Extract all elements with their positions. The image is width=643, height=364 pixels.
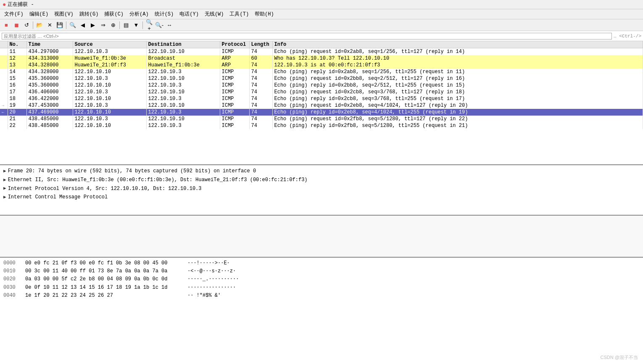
cell-info: Echo (ping) reply id=0x2eb8, seq=4/1024,… xyxy=(272,109,643,116)
table-row[interactable]: →19437.453000122.10.10.3122.10.10.10ICMP… xyxy=(0,102,643,109)
arrow-cell xyxy=(0,48,8,55)
cell-no: 16 xyxy=(8,82,26,89)
detail-row[interactable]: ▶Internet Control Message Protocol xyxy=(3,193,640,202)
detail-row[interactable]: ▶Internet Protocol Version 4, Src: 122.1… xyxy=(3,185,640,193)
detail-text: Internet Control Message Protocol xyxy=(8,194,108,201)
cell-proto: ICMP xyxy=(220,116,249,122)
cell-dst: HuaweiTe_f1:0b:3e xyxy=(146,62,220,69)
filter-input[interactable] xyxy=(2,33,612,40)
cell-no: 14 xyxy=(8,69,26,75)
toolbar-stop[interactable]: ◼ xyxy=(12,21,21,30)
menu-item[interactable]: 帮助(H) xyxy=(252,10,277,18)
menu-item[interactable]: 无线(W) xyxy=(202,10,227,18)
table-header: No. Time Source Destination Protocol Len… xyxy=(0,41,643,48)
arrow-cell xyxy=(0,55,8,62)
cell-info: Echo (ping) request id=0x2fb8, seq=5/128… xyxy=(272,116,643,122)
toolbar-open[interactable]: 📂 xyxy=(35,21,44,30)
menu-item[interactable]: 跳转(G) xyxy=(77,10,101,18)
cell-src: 122.10.10.3 xyxy=(73,89,146,95)
hex-offset: 0020 xyxy=(3,275,18,283)
sep1 xyxy=(33,21,33,29)
toolbar-prev[interactable]: ◀ xyxy=(78,21,87,30)
detail-text: Frame 20: 74 bytes on wire (592 bits), 7… xyxy=(8,168,256,175)
cell-time: 438.485000 xyxy=(26,116,73,122)
filter-hint: … <Ctrl-/> xyxy=(614,34,641,39)
cell-src: 122.10.10.3 xyxy=(73,116,146,122)
cell-info: Echo (ping) reply id=0x2cb8, seq=3/768, … xyxy=(272,95,643,102)
cell-time: 437.469000 xyxy=(26,109,73,116)
detail-row[interactable]: ▶Frame 20: 74 bytes on wire (592 bits), … xyxy=(3,167,640,176)
cell-len: 74 xyxy=(249,95,272,102)
table-row[interactable]: 14434.328000122.10.10.10122.10.10.3ICMP7… xyxy=(0,69,643,75)
table-row[interactable]: 18436.422000122.10.10.10122.10.10.3ICMP7… xyxy=(0,95,643,102)
cell-dst: 122.10.10.10 xyxy=(146,116,220,122)
table-row[interactable]: 21438.485000122.10.10.3122.10.10.10ICMP7… xyxy=(0,116,643,122)
arrow-cell xyxy=(0,122,8,129)
col-dst: Destination xyxy=(146,41,220,48)
hex-row: 00401e 1f 20 21 22 23 24 25 26 27·· !"#$… xyxy=(3,292,640,300)
cell-dst: Broadcast xyxy=(146,55,220,62)
cell-dst: 122.10.10.10 xyxy=(146,89,220,95)
menu-item[interactable]: 捕获(C) xyxy=(102,10,126,18)
menu-item[interactable]: 统计(S) xyxy=(152,10,177,18)
hex-bytes: 00 3c 00 11 40 00 ff 01 73 8e 7a 0a 0a 0… xyxy=(25,267,181,275)
hex-bytes: 0a 03 00 00 5f c2 2e b8 00 04 08 09 0a 0… xyxy=(25,275,181,283)
cell-len: 74 xyxy=(249,122,272,129)
menu-item[interactable]: 电话(Y) xyxy=(177,10,201,18)
table-row[interactable]: ←20437.469000122.10.10.10122.10.10.3ICMP… xyxy=(0,109,643,116)
cell-info: 122.10.10.3 is at 00:e0:fc:21:0f:f3 xyxy=(272,62,643,69)
sep3 xyxy=(119,21,120,29)
cell-dst: 122.10.10.3 xyxy=(146,122,220,129)
toolbar-search[interactable]: 🔍 xyxy=(68,21,77,30)
cell-no: 18 xyxy=(8,95,26,102)
cell-len: 74 xyxy=(249,69,272,75)
toolbar-zoom-reset[interactable]: ↔ xyxy=(165,21,174,30)
cell-len: 74 xyxy=(249,89,272,95)
toolbar-close[interactable]: ✕ xyxy=(45,21,54,30)
toolbar-zoom-out[interactable]: 🔍- xyxy=(155,21,164,30)
menu-item[interactable]: 编辑(E) xyxy=(27,10,51,18)
hex-ascii: ·····_.·········· xyxy=(187,275,239,283)
arrow-cell xyxy=(0,95,8,102)
hex-ascii: ················ xyxy=(187,284,236,292)
toolbar-save[interactable]: 💾 xyxy=(55,21,64,30)
detail-row[interactable]: ▶Ethernet II, Src: HuaweiTe_f1:0b:3e (00… xyxy=(3,176,640,185)
cell-proto: ICMP xyxy=(220,75,249,82)
cell-time: 434.328000 xyxy=(26,69,73,75)
table-row[interactable]: 16435.360000122.10.10.10122.10.10.3ICMP7… xyxy=(0,82,643,89)
packet-list[interactable]: No. Time Source Destination Protocol Len… xyxy=(0,41,643,165)
table-row[interactable]: 17436.406000122.10.10.3122.10.10.10ICMP7… xyxy=(0,89,643,95)
toolbar-next[interactable]: ▶ xyxy=(88,21,98,30)
toolbar-filter[interactable]: ▼ xyxy=(132,21,141,30)
watermark: CSDN @混子不当 xyxy=(601,354,638,361)
toolbar-zoom-in[interactable]: 🔍+ xyxy=(145,21,154,30)
table-row[interactable]: 12434.313000HuaweiTe_f1:0b:3eBroadcastAR… xyxy=(0,55,643,62)
cell-proto: ICMP xyxy=(220,95,249,102)
menu-item[interactable]: 视图(V) xyxy=(52,10,76,18)
hex-row: 00300e 0f 10 11 12 13 14 15 16 17 18 19 … xyxy=(3,284,640,292)
cell-len: 74 xyxy=(249,82,272,89)
main-container: No. Time Source Destination Protocol Len… xyxy=(0,41,643,361)
toolbar-start[interactable]: ■ xyxy=(2,21,11,30)
table-row[interactable]: 22438.485000122.10.10.10122.10.10.3ICMP7… xyxy=(0,122,643,129)
cell-len: 74 xyxy=(249,48,272,55)
table-row[interactable]: 15435.360000122.10.10.3122.10.10.10ICMP7… xyxy=(0,75,643,82)
col-time: Time xyxy=(26,41,73,48)
toolbar-restart[interactable]: ↺ xyxy=(22,21,31,30)
hex-offset: 0030 xyxy=(3,284,18,292)
packet-table: No. Time Source Destination Protocol Len… xyxy=(0,41,643,129)
toolbar-go[interactable]: ⇒ xyxy=(98,21,108,30)
cell-dst: 122.10.10.3 xyxy=(146,69,220,75)
hex-ascii: ···!·····>··E· xyxy=(187,259,230,267)
menu-item[interactable]: 工具(T) xyxy=(227,10,251,18)
cell-no: 20 xyxy=(8,109,26,116)
menu-bar: 文件(F)编辑(E)视图(V)跳转(G)捕获(C)分析(A)统计(S)电话(Y)… xyxy=(0,9,643,19)
menu-item[interactable]: 文件(F) xyxy=(2,10,26,18)
table-row[interactable]: 13434.328000HuaweiTe_21:0f:f3HuaweiTe_f1… xyxy=(0,62,643,69)
cell-no: 19 xyxy=(8,102,26,109)
table-row[interactable]: 11434.297000122.10.10.3122.10.10.10ICMP7… xyxy=(0,48,643,55)
toolbar-expand[interactable]: ⊕ xyxy=(108,21,118,30)
toolbar-cols[interactable]: ▤ xyxy=(121,21,131,30)
menu-item[interactable]: 分析(A) xyxy=(127,10,151,18)
cell-time: 434.297000 xyxy=(26,48,73,55)
